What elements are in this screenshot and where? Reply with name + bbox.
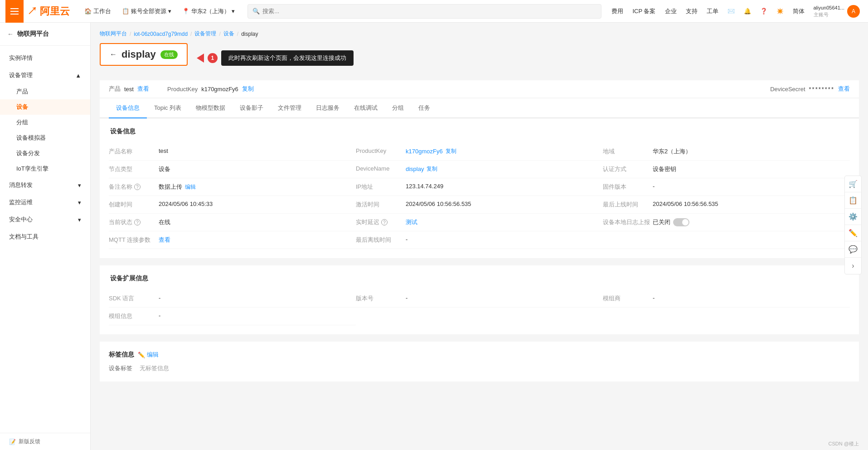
user-info-text: aliyun05641... 主账号 xyxy=(814,5,845,18)
device-back-button[interactable]: ← xyxy=(110,50,117,59)
status-help-icon[interactable]: ? xyxy=(134,219,141,225)
nav-help-icon[interactable]: ❓ xyxy=(757,8,770,15)
label-edit-button[interactable]: ✏️ 编辑 xyxy=(138,351,159,359)
product-view-link[interactable]: 查看 xyxy=(137,85,149,93)
product-value: test xyxy=(124,86,134,93)
productkey-value: k170gmozFy6 xyxy=(201,86,238,93)
nav-icp[interactable]: ICP 备案 xyxy=(630,7,658,15)
tab-online-debug[interactable]: 在线调试 xyxy=(347,98,385,118)
nav-right-area: 费用 ICP 备案 企业 支持 工单 ✉️ 🔔 ❓ ✴️ 简体 aliyun05… xyxy=(609,5,863,18)
nav-workorder[interactable]: 工单 xyxy=(704,7,721,15)
label-tag-row: 设备标签 无标签信息 xyxy=(109,364,850,372)
right-tool-settings[interactable]: ⚙️ xyxy=(845,209,861,225)
device-extended-title: 设备扩展信息 xyxy=(109,274,850,283)
productkey-copy-btn[interactable]: 复制 xyxy=(242,85,254,93)
sidebar-item-devices[interactable]: 设备 xyxy=(0,99,90,115)
product-label: 产品 xyxy=(109,85,121,93)
detail-module-vendor: 模组商 - xyxy=(603,290,850,308)
detail-product-name: 产品名称 test xyxy=(109,143,356,161)
tab-task[interactable]: 任务 xyxy=(411,98,437,118)
right-tools-panel: 🛒 📋 ⚙️ ✏️ 💬 › xyxy=(844,176,862,274)
nav-lang[interactable]: 简体 xyxy=(790,7,807,15)
productkey-copy-detail-btn[interactable]: 复制 xyxy=(446,147,456,155)
nav-support[interactable]: 支持 xyxy=(683,7,700,15)
detail-create-time: 创建时间 2024/05/06 10:45:33 xyxy=(109,196,356,214)
sidebar-item-monitor-ops[interactable]: 监控运维 ▾ xyxy=(0,194,90,211)
latency-help-icon[interactable]: ? xyxy=(381,219,388,225)
chevron-up-icon: ▲ xyxy=(75,72,81,79)
product-field: 产品 test 查看 xyxy=(109,85,149,93)
right-tool-cart[interactable]: 🛒 xyxy=(845,176,861,192)
mqtt-params-link[interactable]: 查看 xyxy=(159,236,170,244)
detail-alias-name: 备注名称 ? 数据上传 编辑 xyxy=(109,178,356,196)
sidebar-item-device-management[interactable]: 设备管理 ▲ xyxy=(0,67,90,84)
sidebar-item-iot-twin[interactable]: IoT孪生引擎 xyxy=(0,161,90,176)
account-type-text: 主账号 xyxy=(814,11,845,18)
label-tag-value: 无标签信息 xyxy=(140,364,169,372)
username-text: aliyun05641... xyxy=(814,5,845,11)
menu-button[interactable] xyxy=(5,0,24,23)
latency-test-link[interactable]: 测试 xyxy=(406,218,417,226)
detail-current-status: 当前状态 ? 在线 xyxy=(109,214,356,231)
sidebar-section-main: 实例详情 设备管理 ▲ 产品 设备 分组 设备模拟器 设备分发 IoT孪生引 xyxy=(0,46,90,249)
nav-fees[interactable]: 费用 xyxy=(609,7,626,15)
nav-bell-icon[interactable]: 🔔 xyxy=(741,8,754,15)
tab-device-shadow[interactable]: 设备影子 xyxy=(233,98,271,118)
devicename-copy-btn[interactable]: 复制 xyxy=(427,165,437,173)
tab-log-service[interactable]: 日志服务 xyxy=(309,98,347,118)
sidebar-back-button[interactable]: ← 物联网平台 xyxy=(0,23,90,46)
breadcrumb-instance[interactable]: iot-06z00acd7g79mdd xyxy=(134,31,188,37)
right-tool-edit[interactable]: ✏️ xyxy=(845,225,861,241)
sidebar-item-products[interactable]: 产品 xyxy=(0,84,90,99)
sidebar-item-groups[interactable]: 分组 xyxy=(0,115,90,130)
device-info-title: 设备信息 xyxy=(109,127,850,136)
detail-activate-time: 激活时间 2024/05/06 10:56:56.535 xyxy=(356,196,603,214)
right-tool-feedback2[interactable]: 📋 xyxy=(845,192,861,209)
detail-local-log: 设备本地日志上报 已关闭 xyxy=(603,214,850,231)
tabs-bar: 设备信息 Topic 列表 物模型数据 设备影子 文件管理 日志服务 在线调试 … xyxy=(100,98,859,118)
alias-help-icon[interactable]: ? xyxy=(134,184,141,190)
detail-node-type: 节点类型 设备 xyxy=(109,161,356,178)
local-log-toggle-label: 已关闭 xyxy=(653,218,670,226)
search-bar[interactable]: 🔍 xyxy=(247,4,601,19)
sidebar-item-device-simulator[interactable]: 设备模拟器 xyxy=(0,130,90,146)
tab-thing-model-data[interactable]: 物模型数据 xyxy=(189,98,233,118)
right-tool-chat[interactable]: 💬 xyxy=(845,241,861,258)
tab-device-info[interactable]: 设备信息 xyxy=(109,98,147,118)
tab-file-management[interactable]: 文件管理 xyxy=(271,98,309,118)
label-section-header: 标签信息 ✏️ 编辑 xyxy=(109,351,850,359)
top-navigation: ↗ 阿里云 🏠 工作台 📋 账号全部资源 ▾ 📍 华东2（上海） ▾ 🔍 费用 … xyxy=(0,0,868,23)
tab-group[interactable]: 分组 xyxy=(385,98,411,118)
hamburger-icon xyxy=(10,8,19,15)
tab-topic-list[interactable]: Topic 列表 xyxy=(147,98,189,118)
search-input[interactable] xyxy=(262,8,596,15)
sidebar-item-security-center[interactable]: 安全中心 ▾ xyxy=(0,211,90,228)
nav-mail-icon[interactable]: ✉️ xyxy=(725,8,737,15)
breadcrumb-iot-platform[interactable]: 物联网平台 xyxy=(100,30,127,38)
label-section-title: 标签信息 xyxy=(109,351,134,359)
nav-star-icon[interactable]: ✴️ xyxy=(774,8,786,15)
detail-auth-method: 认证方式 设备密钥 xyxy=(603,161,850,178)
detail-last-online-time: 最后上线时间 2024/05/06 10:56:56.535 xyxy=(603,196,850,214)
sidebar-item-message-forward[interactable]: 消息转发 ▾ xyxy=(0,176,90,194)
nav-enterprise[interactable]: 企业 xyxy=(662,7,679,15)
device-extended-grid: SDK 语言 - 版本号 - 模组商 - 模组信息 - xyxy=(109,290,850,325)
nav-user-info[interactable]: aliyun05641... 主账号 A xyxy=(811,5,863,18)
right-tool-expand[interactable]: › xyxy=(845,258,861,274)
local-log-toggle[interactable] xyxy=(673,218,689,226)
devicesecret-label: DeviceSecret xyxy=(770,86,805,93)
account-resources-nav[interactable]: 📋 账号全部资源 ▾ xyxy=(116,0,177,23)
devicesecret-view-btn[interactable]: 查看 xyxy=(838,85,850,93)
breadcrumb-device[interactable]: 设备 xyxy=(223,30,234,38)
avatar[interactable]: A xyxy=(847,5,860,18)
sidebar-item-instance-detail[interactable]: 实例详情 xyxy=(0,49,90,67)
breadcrumb-device-mgmt[interactable]: 设备管理 xyxy=(194,30,216,38)
region-nav[interactable]: 📍 华东2（上海） ▾ xyxy=(177,0,240,23)
sidebar-item-docs-tools[interactable]: 文档与工具 xyxy=(0,228,90,245)
sidebar-item-device-distribution[interactable]: 设备分发 xyxy=(0,146,90,161)
workbench-nav[interactable]: 🏠 工作台 xyxy=(79,0,116,23)
detail-module-info: 模组信息 - xyxy=(109,308,356,325)
alias-edit-btn[interactable]: 编辑 xyxy=(185,183,196,191)
device-header-card: ← display 在线 xyxy=(100,43,188,66)
feedback-button[interactable]: 📝 新版反馈 xyxy=(0,433,90,450)
